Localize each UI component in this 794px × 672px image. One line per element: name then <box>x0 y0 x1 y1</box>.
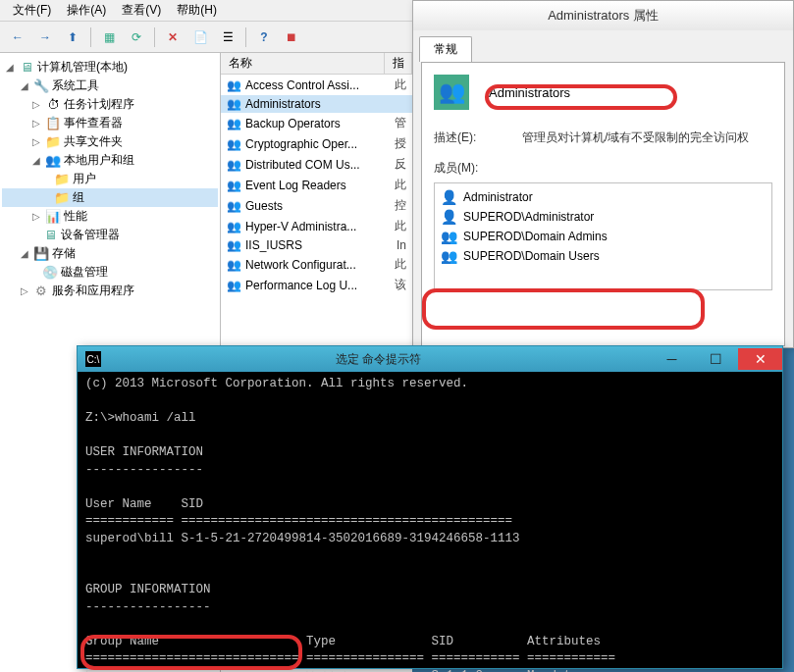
tree-label: 事件查看器 <box>64 115 123 131</box>
group-icon: 👥 <box>441 248 457 264</box>
member-item[interactable]: 👥SUPEROD\Domain Users <box>439 246 768 266</box>
list-item-desc: 此 <box>395 77 406 93</box>
refresh-button[interactable]: ⟳ <box>125 26 148 49</box>
folder-icon: 📁 <box>45 134 61 150</box>
tree-system-tools[interactable]: ◢ 🔧 系统工具 <box>2 77 218 95</box>
list-button[interactable]: ☰ <box>216 26 239 49</box>
list-item[interactable]: 👥IIS_IUSRSIn <box>221 236 412 254</box>
refresh-icon: ⟳ <box>132 30 141 44</box>
delete-button[interactable]: ✕ <box>161 26 185 49</box>
list-item[interactable]: 👥Administrators <box>221 95 412 113</box>
list-item-desc: 管 <box>395 115 406 131</box>
cmd-icon: C:\ <box>85 351 101 367</box>
list-item[interactable]: 👥Backup Operators管 <box>221 113 412 133</box>
group-icon: 👥 <box>227 238 241 252</box>
separator <box>154 27 155 47</box>
disk-icon: 💿 <box>42 265 58 281</box>
tree-local-users-groups[interactable]: ◢ 👥 本地用户和组 <box>2 151 218 170</box>
tree-device-manager[interactable]: 🖥 设备管理器 <box>2 226 218 244</box>
expander-icon[interactable]: ▷ <box>30 136 42 147</box>
tree-storage[interactable]: ◢ 💾 存储 <box>2 244 218 263</box>
cmd-output[interactable]: (c) 2013 Microsoft Corporation. All righ… <box>78 372 782 672</box>
nav-tree: ◢ 🖥 计算机管理(本地) ◢ 🔧 系统工具 ▷ ⏱ 任务计划程序 ▷ 📋 事件 <box>0 53 220 305</box>
group-icon: 👥 <box>441 229 457 244</box>
tree-disk-management[interactable]: 💿 磁盘管理 <box>2 263 218 282</box>
list-item[interactable]: 👥Distributed COM Us...反 <box>221 154 412 175</box>
members-list[interactable]: 👤Administrator👤SUPEROD\Administrator👥SUP… <box>434 182 772 290</box>
member-label: SUPEROD\Domain Admins <box>463 230 608 243</box>
member-item[interactable]: 👥SUPEROD\Domain Admins <box>439 227 768 246</box>
expander-icon[interactable]: ◢ <box>19 248 30 259</box>
wrench-icon: 🔧 <box>33 78 49 94</box>
up-button[interactable]: ⬆ <box>61 26 84 49</box>
list-header: 名称 指 <box>221 53 412 75</box>
minimize-button[interactable]: ─ <box>650 348 694 370</box>
tree-label: 存储 <box>52 245 76 262</box>
cmd-title-bar[interactable]: C:\ 选定 命令提示符 ─ ☐ ✕ <box>78 346 782 372</box>
export-button[interactable]: 📄 <box>188 26 212 49</box>
tab-general[interactable]: 常规 <box>419 36 472 62</box>
list-item-label: Performance Log U... <box>245 279 357 292</box>
list-item[interactable]: 👥Guests控 <box>221 195 412 216</box>
expander-icon[interactable]: ◢ <box>30 155 42 166</box>
tree-performance[interactable]: ▷ 📊 性能 <box>2 207 218 226</box>
properties-title: Administrators 属性 <box>413 1 793 30</box>
tree-root[interactable]: ◢ 🖥 计算机管理(本地) <box>2 58 218 77</box>
menu-view[interactable]: 查看(V) <box>114 0 169 21</box>
list-item[interactable]: 👥Hyper-V Administra...此 <box>221 216 412 236</box>
tree-event-viewer[interactable]: ▷ 📋 事件查看器 <box>2 114 218 132</box>
expander-icon[interactable]: ▷ <box>30 118 42 129</box>
storage-icon: 💾 <box>33 246 49 262</box>
list-item[interactable]: 👥Cryptographic Oper...授 <box>221 133 412 154</box>
member-item[interactable]: 👤Administrator <box>439 187 768 207</box>
col-name[interactable]: 名称 <box>221 53 385 74</box>
list-item-desc: 此 <box>395 177 406 193</box>
tree-groups[interactable]: 📁 组 <box>2 188 218 207</box>
close-button[interactable]: ✕ <box>738 348 782 370</box>
col-desc[interactable]: 指 <box>385 53 412 74</box>
props-button[interactable]: ▦ <box>97 26 121 49</box>
member-label: Administrator <box>463 190 533 204</box>
list-item-desc: 此 <box>395 256 406 273</box>
list-item[interactable]: 👥Performance Log U...该 <box>221 275 412 295</box>
tree-task-scheduler[interactable]: ▷ ⏱ 任务计划程序 <box>2 95 218 114</box>
list-item-desc: 此 <box>395 218 406 234</box>
list-item-desc: 反 <box>395 156 406 173</box>
description-field: 描述(E): 管理员对计算机/域有不受限制的完全访问权 <box>434 129 772 146</box>
tree-services-apps[interactable]: ▷ ⚙ 服务和应用程序 <box>2 282 218 300</box>
x-icon: ✕ <box>168 30 178 44</box>
user-icon: 👤 <box>441 209 457 225</box>
menu-action[interactable]: 操作(A) <box>59 0 114 21</box>
menu-help[interactable]: 帮助(H) <box>169 0 225 21</box>
expander-icon[interactable]: ◢ <box>4 62 16 73</box>
tree-label: 共享文件夹 <box>64 133 123 150</box>
tree-users[interactable]: 📁 用户 <box>2 170 218 188</box>
description-value[interactable]: 管理员对计算机/域有不受限制的完全访问权 <box>522 129 772 146</box>
properties-body: 👥 Administrators 描述(E): 管理员对计算机/域有不受限制的完… <box>421 62 785 346</box>
list-item[interactable]: 👥Network Configurat...此 <box>221 254 412 275</box>
list-item-desc: 该 <box>395 277 406 293</box>
expander-icon[interactable]: ▷ <box>30 211 42 222</box>
group-icon: 👥 <box>227 158 241 172</box>
menu-file[interactable]: 文件(F) <box>5 0 59 21</box>
back-button[interactable]: ← <box>6 26 29 49</box>
expander-icon[interactable]: ▷ <box>30 99 42 110</box>
expander-icon[interactable]: ▷ <box>19 285 30 296</box>
tree-shared-folders[interactable]: ▷ 📁 共享文件夹 <box>2 132 218 151</box>
group-icon: 👥 <box>227 137 241 151</box>
chart-icon: 📊 <box>45 209 61 225</box>
expander-icon[interactable]: ◢ <box>19 80 30 91</box>
list-item-desc: In <box>397 238 406 252</box>
folder-icon: 📁 <box>54 190 70 206</box>
separator <box>90 27 91 47</box>
stop-button[interactable]: ⏹ <box>280 26 303 49</box>
member-label: SUPEROD\Domain Users <box>463 249 600 263</box>
list-item-label: Administrators <box>245 97 321 111</box>
list-item[interactable]: 👥Event Log Readers此 <box>221 175 412 195</box>
maximize-button[interactable]: ☐ <box>694 348 738 370</box>
forward-button[interactable]: → <box>33 26 57 49</box>
member-item[interactable]: 👤SUPEROD\Administrator <box>439 207 768 227</box>
list-item[interactable]: 👥Access Control Assi...此 <box>221 75 412 95</box>
help-button[interactable]: ? <box>252 26 276 49</box>
list-item-label: Backup Operators <box>245 117 341 130</box>
